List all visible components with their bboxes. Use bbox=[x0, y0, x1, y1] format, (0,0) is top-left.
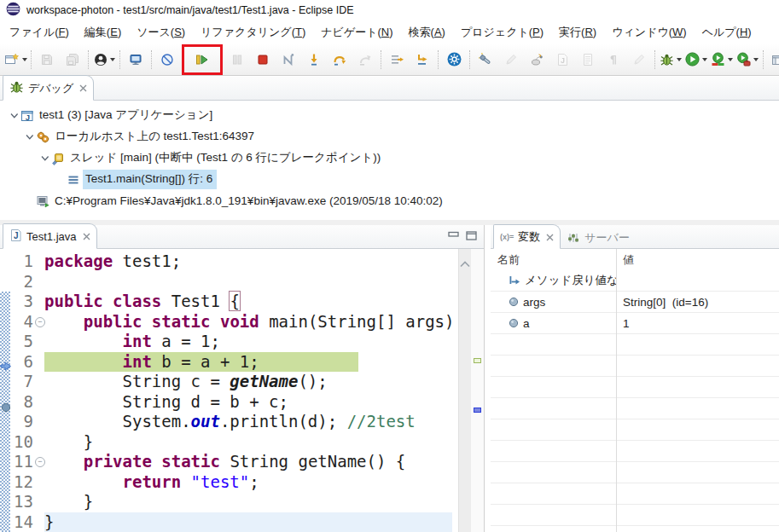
tab-test1-java[interactable]: J Test1.java bbox=[3, 223, 97, 249]
current-line-mark[interactable] bbox=[474, 358, 481, 363]
toolbar-separator bbox=[469, 50, 470, 69]
tree-row[interactable]: Test1.main(String[]) 行: 6 bbox=[0, 169, 779, 190]
line-number[interactable]: 6 bbox=[10, 352, 33, 373]
debug-button[interactable] bbox=[658, 48, 683, 72]
menu-item-h[interactable]: ヘルプ(H) bbox=[695, 21, 759, 43]
save-all-button[interactable] bbox=[60, 48, 85, 72]
save-button[interactable] bbox=[34, 48, 60, 72]
line-number[interactable]: 8 bbox=[10, 392, 33, 413]
dropdown-arrow-icon[interactable] bbox=[753, 58, 759, 61]
line-number[interactable]: 7 bbox=[10, 372, 33, 392]
line-number[interactable]: 2 bbox=[10, 272, 33, 292]
skip-all-breakpoints-icon bbox=[160, 53, 174, 66]
empty-row[interactable] bbox=[491, 334, 779, 356]
maximize-view-icon[interactable] bbox=[466, 230, 477, 243]
column-divider[interactable] bbox=[616, 249, 617, 532]
line-number[interactable]: 14 bbox=[10, 512, 33, 532]
variable-row[interactable]: argsString[0] (id=16) bbox=[491, 292, 779, 313]
annotation-ink-button[interactable] bbox=[524, 48, 549, 72]
close-icon[interactable] bbox=[83, 233, 90, 240]
outline-doc-button[interactable] bbox=[575, 48, 601, 72]
line-number[interactable]: 5 bbox=[10, 332, 33, 352]
line-number[interactable]: 4 bbox=[10, 312, 33, 332]
empty-row[interactable] bbox=[491, 505, 779, 526]
disconnect-button[interactable] bbox=[276, 48, 301, 72]
resume-button[interactable] bbox=[189, 48, 215, 72]
tab-variables[interactable]: (x)=変数 bbox=[493, 224, 561, 249]
drop-to-frame-button[interactable] bbox=[410, 48, 435, 72]
dropdown-arrow-icon[interactable] bbox=[702, 58, 707, 61]
format-pen-button[interactable] bbox=[626, 48, 652, 72]
empty-row[interactable] bbox=[491, 356, 779, 377]
coverage-button[interactable] bbox=[709, 48, 735, 72]
empty-row[interactable] bbox=[491, 419, 779, 441]
menu-item-s[interactable]: ソース(S) bbox=[129, 21, 193, 43]
tree-row[interactable]: Jtest1 (3) [Java アプリケーション] bbox=[0, 105, 779, 126]
column-name-header[interactable]: 名前 bbox=[491, 252, 616, 268]
line-number[interactable]: 1 bbox=[10, 252, 33, 272]
dropdown-arrow-icon[interactable] bbox=[728, 58, 733, 61]
step-return-button[interactable] bbox=[352, 48, 378, 72]
dropdown-arrow-icon[interactable] bbox=[22, 58, 27, 61]
scroll-up-icon[interactable] bbox=[460, 252, 470, 532]
search-flashlight-button[interactable] bbox=[473, 48, 498, 72]
open-console-button[interactable] bbox=[123, 48, 148, 72]
terminate-button[interactable] bbox=[250, 48, 276, 72]
build-gear-button[interactable] bbox=[441, 48, 467, 72]
suspend-button[interactable] bbox=[224, 48, 250, 72]
mark-occurrences-button[interactable] bbox=[498, 48, 524, 72]
step-into-button[interactable] bbox=[301, 48, 327, 72]
expander-chevron-icon[interactable] bbox=[38, 153, 51, 164]
tree-row[interactable]: C:¥Program Files¥Java¥jdk1.8.0_191¥bin¥j… bbox=[0, 190, 779, 211]
empty-row[interactable] bbox=[491, 398, 779, 419]
code-editor[interactable]: 1package test1;23public class Test1 {4− … bbox=[0, 249, 484, 532]
menu-item-t[interactable]: リファクタリング(T) bbox=[193, 21, 313, 43]
use-step-filters-button[interactable] bbox=[384, 48, 410, 72]
step-over-button[interactable] bbox=[327, 48, 352, 72]
expander-chevron-icon[interactable] bbox=[7, 110, 20, 121]
line-number[interactable]: 13 bbox=[10, 492, 33, 512]
line-number[interactable]: 10 bbox=[10, 432, 33, 453]
new-wizard-button[interactable] bbox=[3, 48, 28, 72]
open-perspective-button[interactable] bbox=[766, 48, 779, 72]
tab-servers[interactable]: サーバー bbox=[561, 226, 636, 249]
variable-row[interactable]: メソッド戻り値なし bbox=[491, 270, 779, 292]
column-value-header[interactable]: 値 bbox=[616, 252, 634, 268]
line-number[interactable]: 12 bbox=[10, 472, 33, 493]
line-number[interactable]: 3 bbox=[10, 292, 33, 312]
variable-row[interactable]: a1 bbox=[491, 313, 779, 334]
javadoc-doc-button[interactable]: J bbox=[549, 48, 575, 72]
fold-collapse-icon[interactable]: − bbox=[35, 457, 45, 467]
empty-row[interactable] bbox=[491, 483, 779, 505]
editor-scrollbar[interactable] bbox=[458, 249, 471, 532]
menu-item-f[interactable]: ファイル(F) bbox=[2, 21, 77, 43]
run-button[interactable] bbox=[683, 48, 709, 72]
menu-item-w[interactable]: ウィンドウ(W) bbox=[604, 21, 694, 43]
show-whitespace-button[interactable]: ¶ bbox=[601, 48, 626, 72]
empty-row[interactable] bbox=[491, 526, 779, 532]
skip-all-breakpoints-button[interactable] bbox=[154, 48, 180, 72]
dropdown-arrow-icon[interactable] bbox=[110, 58, 115, 61]
menu-item-r[interactable]: 実行(R) bbox=[551, 21, 604, 43]
line-number[interactable]: 11 bbox=[10, 452, 33, 472]
expander-chevron-icon[interactable] bbox=[22, 131, 36, 142]
empty-row[interactable] bbox=[491, 462, 779, 483]
tab-debug[interactable]: デバッグ bbox=[3, 75, 94, 101]
menu-item-p[interactable]: プロジェクト(P) bbox=[453, 21, 551, 43]
close-icon[interactable] bbox=[79, 84, 87, 92]
empty-row[interactable] bbox=[491, 441, 779, 462]
tree-row[interactable]: スレッド [main] (中断中 (Test1 の 6 行にブレークポイント)) bbox=[0, 147, 779, 169]
menu-item-a[interactable]: 検索(A) bbox=[401, 21, 453, 43]
minimize-view-icon[interactable] bbox=[448, 230, 459, 243]
breakpoint-mark[interactable] bbox=[474, 408, 481, 413]
fold-collapse-icon[interactable]: − bbox=[35, 317, 45, 327]
menu-item-n[interactable]: ナビゲート(N) bbox=[313, 21, 400, 43]
profile-button[interactable] bbox=[735, 48, 760, 72]
user-account-button[interactable] bbox=[91, 48, 117, 72]
menu-item-e[interactable]: 編集(E) bbox=[77, 21, 129, 43]
dropdown-arrow-icon[interactable] bbox=[677, 58, 682, 61]
tree-row[interactable]: ローカルホスト上の test1.Test1:64397 bbox=[0, 126, 779, 147]
empty-row[interactable] bbox=[491, 377, 779, 398]
line-number[interactable]: 9 bbox=[10, 412, 33, 432]
close-icon[interactable] bbox=[546, 234, 554, 241]
